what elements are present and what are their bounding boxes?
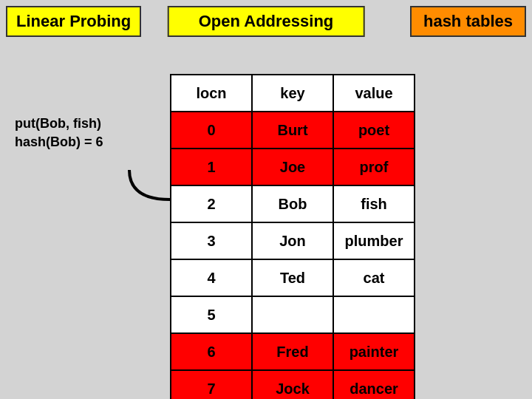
col-header-locn: locn (171, 75, 252, 112)
table-row: 3Jonplumber (171, 222, 415, 259)
cell-key: Jon (252, 222, 333, 259)
table-row: 7Jockdancer (171, 370, 415, 399)
table-row: 2Bobfish (171, 185, 415, 222)
cell-key: Jock (252, 370, 333, 399)
cell-locn: 5 (171, 296, 252, 333)
table-row: 5 (171, 296, 415, 333)
cell-locn: 0 (171, 112, 252, 149)
col-header-key: key (252, 75, 333, 112)
cell-key: Burt (252, 112, 333, 149)
put-label: put(Bob, fish) hash(Bob) = 6 (15, 115, 103, 151)
cell-value: painter (333, 333, 415, 370)
put-label-line1: put(Bob, fish) (15, 116, 101, 131)
cell-key (252, 296, 333, 333)
cell-value: cat (333, 259, 415, 296)
cell-key: Bob (252, 185, 333, 222)
cell-locn: 3 (171, 222, 252, 259)
hash-tables-badge: hash tables (410, 6, 526, 37)
cell-key: Fred (252, 333, 333, 370)
table-row: 1Joeprof (171, 149, 415, 185)
cell-value: fish (333, 185, 415, 222)
col-header-value: value (333, 75, 415, 112)
put-label-line2: hash(Bob) = 6 (15, 134, 103, 149)
cell-locn: 2 (171, 185, 252, 222)
cell-locn: 1 (171, 149, 252, 185)
cell-locn: 7 (171, 370, 252, 399)
cell-value: dancer (333, 370, 415, 399)
cell-locn: 6 (171, 333, 252, 370)
cell-key: Joe (252, 149, 333, 185)
linear-probing-badge: Linear Probing (6, 6, 141, 37)
table-row: 4Tedcat (171, 259, 415, 296)
hash-table: locn key value 0Burtpoet1Joeprof2Bobfish… (170, 74, 415, 399)
cell-value: poet (333, 112, 415, 149)
open-addressing-badge: Open Addressing (168, 6, 365, 37)
cell-value (333, 296, 415, 333)
cell-value: prof (333, 149, 415, 185)
table-header-row: locn key value (171, 75, 415, 112)
table-row: 0Burtpoet (171, 112, 415, 149)
cell-value: plumber (333, 222, 415, 259)
table-row: 6Fredpainter (171, 333, 415, 370)
cell-locn: 4 (171, 259, 252, 296)
cell-key: Ted (252, 259, 333, 296)
